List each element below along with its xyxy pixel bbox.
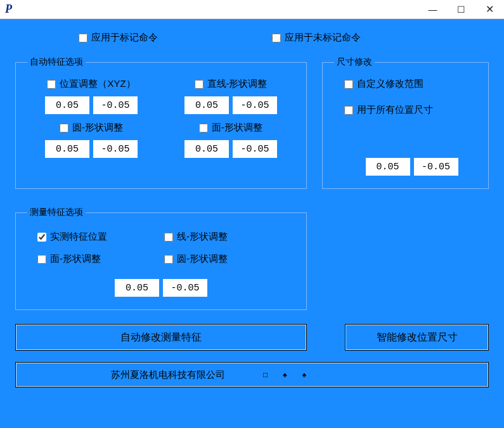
position-label: 位置调整（XYZ） bbox=[60, 78, 135, 90]
auto-feature-group: 自动特征选项 位置调整（XYZ） 直线-形状调整 bbox=[15, 56, 307, 189]
circle-neg-input[interactable] bbox=[93, 140, 138, 158]
meas-line-check[interactable]: 线-形状调整 bbox=[164, 231, 285, 243]
position-field: 位置调整（XYZ） bbox=[25, 78, 158, 114]
position-check[interactable]: 位置调整（XYZ） bbox=[47, 78, 135, 90]
position-neg-input[interactable] bbox=[93, 96, 138, 114]
smart-modify-button[interactable]: 智能修改位置尺寸 bbox=[345, 324, 489, 351]
stop-icon[interactable]: □ bbox=[263, 370, 268, 379]
plane-pos-input[interactable] bbox=[184, 140, 229, 158]
meas-line-label: 线-形状调整 bbox=[177, 231, 228, 243]
position-pos-input[interactable] bbox=[45, 96, 89, 114]
titlebar: P — ☐ ✕ bbox=[0, 0, 504, 19]
app-icon: P bbox=[5, 3, 12, 16]
content-area: 应用于标记命令 应用于未标记命令 自动特征选项 位置调整（XYZ） bbox=[0, 19, 504, 428]
measure-values bbox=[25, 279, 297, 297]
all-positions-check[interactable]: 用于所有位置尺寸 bbox=[344, 104, 433, 116]
position-values bbox=[45, 96, 138, 114]
size-neg-input[interactable] bbox=[414, 158, 458, 176]
circle-values bbox=[45, 140, 138, 158]
circle-field: 圆-形状调整 bbox=[25, 122, 158, 158]
footer-icons: □ ♠ ♠ bbox=[263, 370, 306, 379]
apply-unmarked-label: 应用于未标记命令 bbox=[285, 32, 361, 44]
meas-line-checkbox[interactable] bbox=[164, 233, 173, 242]
meas-circle-label: 圆-形状调整 bbox=[177, 253, 228, 265]
footer-bar: 苏州夏洛机电科技有限公司 □ ♠ ♠ bbox=[15, 362, 489, 387]
apply-marked-check[interactable]: 应用于标记命令 bbox=[79, 32, 158, 44]
plane-values bbox=[184, 140, 277, 158]
plane-check[interactable]: 面-形状调整 bbox=[199, 122, 262, 134]
custom-range-label: 自定义修改范围 bbox=[357, 78, 423, 90]
auto-grid: 位置调整（XYZ） 直线-形状调整 bbox=[25, 78, 297, 158]
circle-check[interactable]: 圆-形状调整 bbox=[60, 122, 123, 134]
circle-checkbox[interactable] bbox=[60, 124, 68, 133]
auto-modify-button[interactable]: 自动修改测量特征 bbox=[15, 324, 307, 351]
meas-neg-input[interactable] bbox=[163, 279, 207, 297]
line-checkbox[interactable] bbox=[195, 80, 204, 89]
size-values bbox=[366, 158, 458, 176]
size-modify-group: 尺寸修改 自定义修改范围 用于所有位置尺寸 bbox=[322, 56, 489, 189]
meas-circle-check[interactable]: 圆-形状调整 bbox=[164, 253, 285, 265]
meas-pos-input[interactable] bbox=[115, 279, 159, 297]
measure-feature-group: 测量特征选项 实测特征位置 线-形状调整 面-形状调整 圆-形状调整 bbox=[15, 207, 307, 310]
meas-plane-label: 面-形状调整 bbox=[50, 253, 101, 265]
line-pos-input[interactable] bbox=[184, 96, 229, 114]
line-values bbox=[184, 96, 277, 114]
line-label: 直线-形状调整 bbox=[207, 78, 268, 90]
circle-pos-input[interactable] bbox=[45, 140, 89, 158]
measured-pos-label: 实测特征位置 bbox=[50, 231, 107, 243]
position-checkbox[interactable] bbox=[47, 80, 56, 89]
measure-grid: 实测特征位置 线-形状调整 面-形状调整 圆-形状调整 bbox=[25, 228, 297, 268]
company-label: 苏州夏洛机电科技有限公司 bbox=[111, 369, 225, 381]
size-pos-input[interactable] bbox=[366, 158, 410, 176]
size-modify-legend: 尺寸修改 bbox=[334, 56, 375, 68]
maximize-button[interactable]: ☐ bbox=[447, 0, 475, 19]
up-icon[interactable]: ♠ bbox=[283, 370, 287, 379]
apply-marked-label: 应用于标记命令 bbox=[91, 32, 158, 44]
apply-marked-checkbox[interactable] bbox=[79, 34, 87, 42]
plane-label: 面-形状调整 bbox=[212, 122, 262, 134]
plane-checkbox[interactable] bbox=[199, 124, 208, 133]
custom-range-checkbox[interactable] bbox=[344, 80, 353, 89]
line-neg-input[interactable] bbox=[233, 96, 277, 114]
measured-pos-check[interactable]: 实测特征位置 bbox=[37, 231, 158, 243]
apply-unmarked-checkbox[interactable] bbox=[272, 34, 281, 42]
all-positions-checkbox[interactable] bbox=[344, 106, 353, 115]
line-field: 直线-形状调整 bbox=[164, 78, 297, 114]
plane-field: 面-形状调整 bbox=[164, 122, 297, 158]
meas-plane-check[interactable]: 面-形状调整 bbox=[37, 253, 158, 265]
all-positions-label: 用于所有位置尺寸 bbox=[357, 104, 433, 116]
button-row: 自动修改测量特征 智能修改位置尺寸 bbox=[15, 324, 489, 351]
apply-unmarked-check[interactable]: 应用于未标记命令 bbox=[272, 32, 361, 44]
top-checks-row: 应用于标记命令 应用于未标记命令 bbox=[15, 32, 489, 44]
meas-circle-checkbox[interactable] bbox=[164, 255, 173, 264]
auto-feature-legend: 自动特征选项 bbox=[27, 56, 86, 68]
close-button[interactable]: ✕ bbox=[475, 0, 504, 19]
up-icon-2[interactable]: ♠ bbox=[302, 370, 306, 379]
measure-feature-legend: 测量特征选项 bbox=[27, 207, 86, 218]
minimize-button[interactable]: — bbox=[418, 0, 447, 19]
line-check[interactable]: 直线-形状调整 bbox=[195, 78, 268, 90]
measured-pos-checkbox[interactable] bbox=[37, 233, 46, 242]
custom-range-check[interactable]: 自定义修改范围 bbox=[344, 78, 423, 90]
groups-row: 自动特征选项 位置调整（XYZ） 直线-形状调整 bbox=[15, 56, 489, 189]
size-col: 自定义修改范围 用于所有位置尺寸 bbox=[332, 78, 479, 176]
circle-label: 圆-形状调整 bbox=[72, 122, 123, 134]
plane-neg-input[interactable] bbox=[233, 140, 277, 158]
meas-plane-checkbox[interactable] bbox=[37, 255, 46, 264]
